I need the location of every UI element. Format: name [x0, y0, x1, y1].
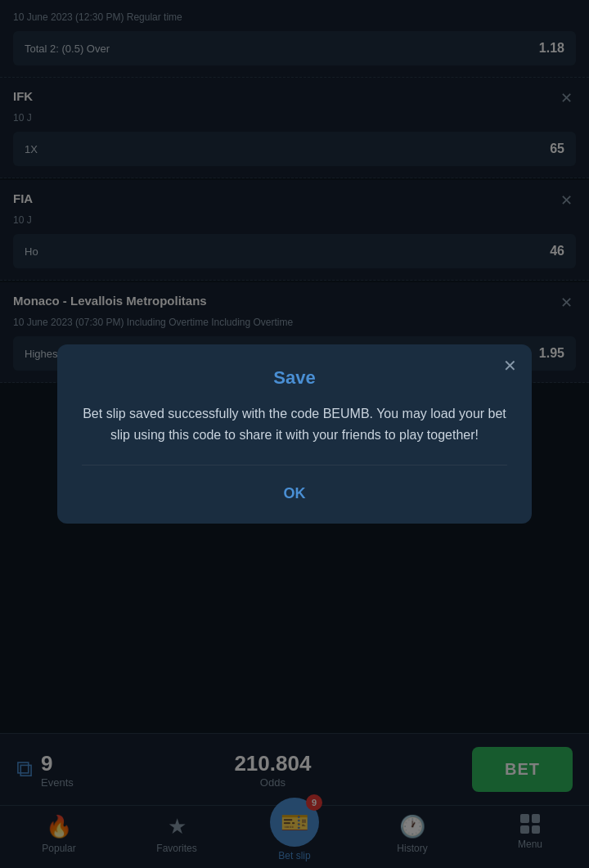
- modal-ok-button[interactable]: OK: [259, 480, 330, 507]
- modal-box: ✕ Save Bet slip saved successfully with …: [57, 344, 532, 524]
- modal-title: Save: [82, 367, 507, 389]
- modal-overlay: ✕ Save Bet slip saved successfully with …: [0, 0, 589, 868]
- modal-close-btn[interactable]: ✕: [503, 356, 517, 376]
- modal-divider: [82, 465, 507, 465]
- modal-message: Bet slip saved successfully with the cod…: [82, 403, 507, 445]
